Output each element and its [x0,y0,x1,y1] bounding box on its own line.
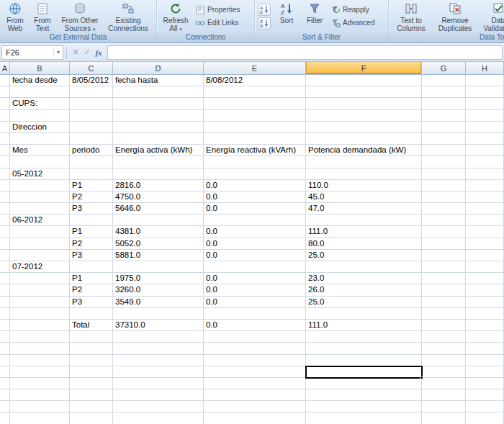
cell-B4[interactable] [10,110,70,122]
cell-D20[interactable]: 3549.0 [113,297,204,308]
column-header-D[interactable]: D [113,62,204,74]
cell-C11[interactable]: P2 [70,191,113,203]
cell-A9[interactable] [0,168,10,180]
cell-C25[interactable] [70,355,113,366]
cell-B9[interactable]: 05-2012 [10,168,70,180]
cell-A15[interactable] [0,238,10,250]
cell-B6[interactable] [10,133,70,145]
cell-D7[interactable]: Energía activa (kWh) [113,145,204,156]
cell-C17[interactable] [70,261,113,273]
reapply-button[interactable]: Reapply [330,5,382,15]
cell-C21[interactable] [70,308,113,320]
cell-H4[interactable] [466,110,504,122]
cell-B10[interactable] [10,180,70,191]
name-box[interactable]: F26 ▾ [1,45,63,60]
cell-A17[interactable] [0,261,10,273]
cell-E18[interactable]: 0.0 [204,273,306,284]
cell-F11[interactable]: 45.0 [306,191,422,203]
cell-A11[interactable] [0,191,10,203]
cell-E27[interactable] [204,378,306,389]
cell-F28[interactable] [306,389,422,401]
cell-G5[interactable] [422,122,466,133]
cell-E5[interactable] [204,122,306,133]
cell-H8[interactable] [466,156,504,168]
cell-C10[interactable]: P1 [70,180,113,191]
cancel-icon[interactable]: ✕ [70,48,81,57]
cell-H17[interactable] [466,261,504,273]
cell-C12[interactable]: P3 [70,203,113,215]
cell-D21[interactable] [113,308,204,320]
cell-H15[interactable] [466,238,504,250]
cell-A5[interactable] [0,122,10,133]
cell-H23[interactable] [466,331,504,343]
cell-C19[interactable]: P2 [70,284,113,296]
cell-A24[interactable] [0,343,10,354]
cell-E22[interactable]: 0.0 [204,320,306,331]
cell-D11[interactable]: 4750.0 [113,191,204,203]
from-web-button[interactable]: From Web [1,1,29,32]
cell-D5[interactable] [113,122,204,133]
cell-G22[interactable] [422,320,466,331]
cell-E2[interactable] [204,86,306,98]
cell-D22[interactable]: 37310.0 [113,320,204,331]
name-box-dropdown-icon[interactable]: ▾ [53,49,63,55]
cell-B22[interactable] [10,320,70,331]
sort-ascending-button[interactable]: AZ [258,4,271,16]
cell-B17[interactable]: 07-2012 [10,261,70,273]
cell-D12[interactable]: 5646.0 [113,203,204,215]
cell-G11[interactable] [422,191,466,203]
cell-E28[interactable] [204,389,306,401]
cell-B16[interactable] [10,250,70,261]
cell-D16[interactable]: 5881.0 [113,250,204,261]
cell-D27[interactable] [113,378,204,389]
cell-C5[interactable] [70,122,113,133]
cell-B12[interactable] [10,203,70,215]
cell-H25[interactable] [466,355,504,366]
cell-G19[interactable] [422,284,466,296]
cell-F13[interactable] [306,215,422,226]
cell-G27[interactable] [422,378,466,389]
cell-D30[interactable] [113,412,204,424]
cell-C8[interactable] [70,156,113,168]
cell-A26[interactable] [0,366,10,378]
cell-E20[interactable]: 0.0 [204,297,306,308]
cell-E3[interactable] [204,98,306,109]
cell-F18[interactable]: 23.0 [306,273,422,284]
cell-G14[interactable] [422,226,466,238]
cell-H11[interactable] [466,191,504,203]
cell-F3[interactable] [306,98,422,109]
cell-B29[interactable] [10,401,70,412]
cell-C26[interactable] [70,366,113,378]
cell-D29[interactable] [113,401,204,412]
cell-H28[interactable] [466,389,504,401]
cell-B14[interactable] [10,226,70,238]
cell-A1[interactable] [0,75,10,86]
cell-A22[interactable] [0,320,10,331]
cell-E16[interactable]: 0.0 [204,250,306,261]
cell-E9[interactable] [204,168,306,180]
cell-E7[interactable]: Energía reactiva (kVArh) [204,145,306,156]
cell-D25[interactable] [113,355,204,366]
cell-B28[interactable] [10,389,70,401]
cell-E23[interactable] [204,331,306,343]
cell-B15[interactable] [10,238,70,250]
data-validation-button[interactable]: Data Validation [478,1,504,32]
cell-D3[interactable] [113,98,204,109]
cell-G25[interactable] [422,355,466,366]
cell-D28[interactable] [113,389,204,401]
cell-H27[interactable] [466,378,504,389]
cell-H21[interactable] [466,308,504,320]
cell-G16[interactable] [422,250,466,261]
cell-C28[interactable] [70,389,113,401]
cell-H19[interactable] [466,284,504,296]
cell-E1[interactable]: 8/08/2012 [204,75,306,86]
cell-G21[interactable] [422,308,466,320]
cell-C4[interactable] [70,110,113,122]
cell-A21[interactable] [0,308,10,320]
cell-A6[interactable] [0,133,10,145]
cell-E12[interactable]: 0.0 [204,203,306,215]
cell-A19[interactable] [0,284,10,296]
column-header-E[interactable]: E [204,62,306,74]
cell-A10[interactable] [0,180,10,191]
cell-C1[interactable]: 8/05/2012 [70,75,113,86]
